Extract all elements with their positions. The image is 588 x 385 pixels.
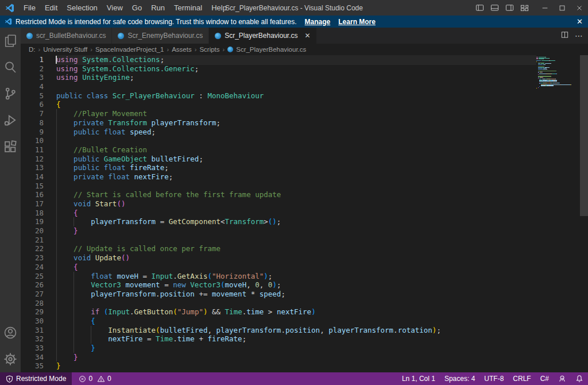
feedback-icon[interactable] [554, 372, 571, 385]
banner-message: Restricted Mode is intended for safe cod… [16, 18, 297, 26]
code-line[interactable]: 8 private Transform playerTransform; [21, 118, 536, 128]
account-icon[interactable] [0, 319, 21, 346]
code-line[interactable]: 28 [21, 299, 536, 308]
code-editor[interactable]: 1using System.Collections;2using System.… [21, 55, 536, 372]
code-line[interactable]: 11 //Bullet Creation [21, 145, 536, 155]
breadcrumb-item[interactable]: Scripts [199, 46, 219, 53]
problems-badge[interactable]: 0 0 [72, 372, 115, 385]
code-line[interactable]: 17 void Start() [21, 199, 536, 209]
tab-Scr_PlayerBehaviour.cs[interactable]: Scr_PlayerBehaviour.cs✕ [209, 28, 316, 44]
tab-scr_BulletBehaviour.cs[interactable]: scr_BulletBehaviour.cs [21, 28, 112, 44]
editor-scrollbar[interactable] [580, 55, 588, 372]
code-line[interactable]: 4 [21, 82, 536, 91]
code-line[interactable]: 12 public GameObject bulletFired; [21, 155, 536, 164]
tab-Scr_EnemyBehaviour.cs[interactable]: Scr_EnemyBehaviour.cs [112, 28, 209, 44]
line-number: 18 [21, 209, 44, 218]
close-window-button[interactable] [571, 0, 588, 16]
manage-link[interactable]: Manage [305, 18, 331, 26]
code-line[interactable]: 1using System.Collections; [21, 55, 536, 64]
menu-terminal[interactable]: Terminal [169, 0, 207, 16]
code-line[interactable]: 9 public float speed; [21, 128, 536, 137]
breadcrumb-item[interactable]: D: [29, 46, 36, 53]
tab-close-icon[interactable]: ✕ [298, 32, 311, 40]
code-line[interactable]: 34 } [21, 353, 536, 362]
indent-guide [56, 226, 57, 236]
line-number: 2 [21, 64, 44, 74]
run-and-debug-icon[interactable] [0, 107, 21, 133]
line-number: 13 [21, 163, 44, 172]
line-number: 7 [21, 109, 44, 118]
toggle-secondary-sidebar-icon[interactable] [502, 3, 517, 12]
code-line[interactable]: 16 // Start is called before the first f… [21, 190, 536, 199]
indentation[interactable]: Spaces: 4 [440, 372, 479, 385]
code-line[interactable]: 32 nextFire = Time.time + fireRate; [21, 334, 536, 344]
csharp-file-icon [227, 47, 233, 52]
indent-guide [56, 199, 57, 209]
maximize-button[interactable] [554, 0, 571, 16]
toggle-sidebar-icon[interactable] [472, 3, 487, 12]
menu-edit[interactable]: Edit [40, 0, 62, 16]
line-number: 11 [21, 145, 44, 155]
learn-more-link[interactable]: Learn More [338, 18, 376, 26]
code-line[interactable]: 25 float moveH = Input.GetAxis("Horizont… [21, 272, 536, 281]
customize-layout-icon[interactable] [517, 3, 532, 12]
settings-gear-icon[interactable] [0, 346, 21, 372]
chevron-right-icon: › [167, 46, 169, 53]
line-number: 12 [21, 155, 44, 164]
breadcrumb-item[interactable]: Assets [172, 46, 192, 53]
code-line[interactable]: 33 } [21, 344, 536, 353]
code-line[interactable]: 10 [21, 136, 536, 145]
menu-file[interactable]: File [19, 0, 40, 16]
breadcrumb-item[interactable]: University Stuff [43, 46, 87, 53]
source-control-icon[interactable] [0, 80, 21, 107]
code-line[interactable]: 3using UnityEngine; [21, 73, 536, 82]
restricted-mode-badge[interactable]: Restricted Mode [0, 372, 72, 385]
indent-guide [74, 290, 74, 299]
menu-help[interactable]: Help [207, 0, 231, 16]
menu-run[interactable]: Run [146, 0, 169, 16]
indent-guide [74, 326, 74, 335]
code-line[interactable]: 31 Instantiate(bulletFired, playerTransf… [21, 326, 536, 335]
indent-guide [56, 353, 57, 362]
scrollbar-slider[interactable] [580, 55, 588, 216]
minimize-button[interactable] [536, 0, 554, 16]
extensions-icon[interactable] [0, 133, 21, 160]
toggle-panel-icon[interactable] [487, 3, 502, 12]
code-line[interactable]: 18 { [21, 209, 536, 218]
menu-view[interactable]: View [102, 0, 127, 16]
code-line[interactable]: 21 [21, 236, 536, 245]
language-mode[interactable]: C# [536, 372, 554, 385]
split-editor-icon[interactable] [560, 30, 569, 41]
code-line[interactable]: 20 } [21, 226, 536, 236]
code-line[interactable]: 29 if (Input.GetButton("Jump") && Time.t… [21, 307, 536, 317]
code-line[interactable]: 14 private float nextFire; [21, 172, 536, 182]
minimap[interactable] [536, 55, 580, 372]
cursor-position[interactable]: Ln 1, Col 1 [397, 372, 440, 385]
code-line[interactable]: 22 // Update is called once per frame [21, 244, 536, 253]
code-line[interactable]: 30 { [21, 317, 536, 326]
explorer-icon[interactable] [0, 28, 21, 54]
indent-guide [56, 217, 57, 226]
menu-selection[interactable]: Selection [62, 0, 102, 16]
encoding[interactable]: UTF-8 [479, 372, 508, 385]
code-line[interactable]: 27 playerTransform.position += movement … [21, 290, 536, 299]
notifications-bell-icon[interactable] [571, 372, 588, 385]
code-line[interactable]: 23 void Update() [21, 253, 536, 263]
menu-go[interactable]: Go [127, 0, 146, 16]
search-icon[interactable] [0, 54, 21, 80]
code-line[interactable]: 24 { [21, 263, 536, 272]
breadcrumb-item[interactable]: Scr_PlayerBehaviour.cs [227, 46, 306, 53]
code-line[interactable]: 2using System.Collections.Generic; [21, 64, 536, 74]
code-line[interactable]: 26 Vector3 movement = new Vector3(moveH,… [21, 280, 536, 290]
code-line[interactable]: 15 [21, 182, 536, 191]
banner-close-icon[interactable]: ✕ [577, 17, 583, 26]
more-actions-icon[interactable]: ⋯ [575, 31, 583, 40]
code-line[interactable]: 13 public float fireRate; [21, 163, 536, 172]
breadcrumb-item[interactable]: SpaceInvaderProject_1 [95, 46, 164, 53]
code-line[interactable]: 7 //Player Movement [21, 109, 536, 118]
code-line[interactable]: 35} [21, 361, 536, 371]
code-line[interactable]: 6{ [21, 100, 536, 109]
code-line[interactable]: 19 playerTransform = GetComponent<Transf… [21, 217, 536, 226]
eol[interactable]: CRLF [508, 372, 535, 385]
code-line[interactable]: 5public class Scr_PlayerBehaviour : Mono… [21, 91, 536, 101]
